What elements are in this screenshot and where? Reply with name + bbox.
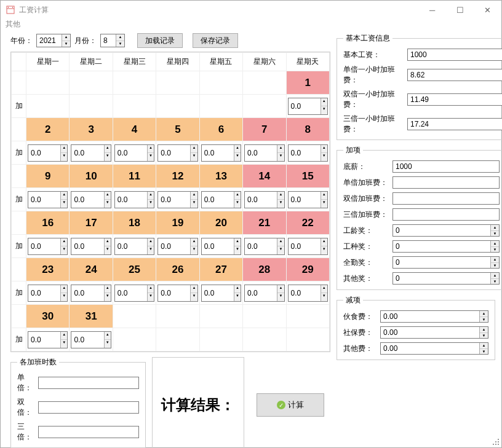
ot-single-field[interactable] <box>38 377 139 389</box>
ot-spin[interactable]: ▲▼ <box>201 144 241 162</box>
add-age-spin[interactable]: ▲▼ <box>392 224 500 237</box>
day-number: 9 <box>26 165 69 187</box>
ot-triple-field[interactable] <box>38 426 139 438</box>
day-number: 6 <box>200 118 242 141</box>
maximize-button[interactable]: ☐ <box>446 1 474 19</box>
sub-ss-spin[interactable]: ▲▼ <box>380 326 488 339</box>
month-up[interactable]: ▲ <box>116 34 124 41</box>
row-label: 加 <box>12 235 26 258</box>
calculate-button[interactable]: ✓ 计算 <box>257 393 324 417</box>
day-cell: 4 <box>113 118 156 141</box>
ot-spin[interactable]: ▲▼ <box>71 191 111 208</box>
day-cell: 22 <box>286 211 329 235</box>
day-number: 11 <box>113 165 156 187</box>
ot-spin[interactable]: ▲▼ <box>114 191 154 208</box>
minimize-button[interactable]: ─ <box>418 1 446 19</box>
year-down[interactable]: ▼ <box>62 41 70 47</box>
add-s1-field[interactable] <box>392 176 500 189</box>
row-label: 加 <box>12 95 26 118</box>
day-number: 28 <box>243 258 285 281</box>
ot-spin[interactable]: ▲▼ <box>201 191 241 208</box>
day-cell <box>113 71 156 95</box>
size-grip[interactable] <box>492 438 500 446</box>
ot-spin[interactable]: ▲▼ <box>71 238 111 255</box>
ot-spin[interactable]: ▲▼ <box>71 144 111 162</box>
day-number: 24 <box>70 258 112 281</box>
row-label: 加 <box>12 188 26 211</box>
day-cell: 27 <box>199 258 242 281</box>
ot-spin[interactable]: ▲▼ <box>114 144 154 162</box>
day-number: 8 <box>287 118 329 141</box>
day-cell: 31 <box>70 305 113 328</box>
load-button[interactable]: 加载记录 <box>137 33 183 48</box>
ot-spin[interactable]: ▲▼ <box>28 238 68 255</box>
ot-spin[interactable]: ▲▼ <box>114 285 154 302</box>
rate2-field[interactable] <box>407 93 502 106</box>
basic-salary-group: 基本工资信息 基本工资：▲▼ 单倍一小时加班费： 双倍一小时加班费： 三倍一小时… <box>337 33 502 140</box>
ot-spin[interactable]: ▲▼ <box>28 144 68 162</box>
ot-spin[interactable]: ▲▼ <box>288 238 328 255</box>
ot-spin[interactable]: ▲▼ <box>201 285 241 302</box>
year-spin[interactable]: ▲▼ <box>36 34 71 47</box>
month-spin[interactable]: ▲▼ <box>100 34 125 47</box>
menu-other[interactable]: 其他 <box>6 19 20 29</box>
add-other-spin[interactable]: ▲▼ <box>392 272 500 285</box>
day-cell <box>70 71 113 95</box>
add-s3-field[interactable] <box>392 208 500 221</box>
ot-spin[interactable]: ▲▼ <box>157 285 197 302</box>
row-label: 加 <box>12 328 26 352</box>
additions-group: 加项 底薪： 单倍加班费： 双倍加班费： 三倍加班费： 工龄奖：▲▼ 工种奖：▲… <box>337 145 502 290</box>
add-full-spin[interactable]: ▲▼ <box>392 256 500 269</box>
day-cell: 24 <box>70 258 113 281</box>
ot-spin[interactable]: ▲▼ <box>244 238 284 255</box>
ot-spin[interactable]: ▲▼ <box>288 98 328 115</box>
rate1-field[interactable] <box>407 69 502 81</box>
menubar: 其他 <box>1 19 501 29</box>
year-up[interactable]: ▲ <box>62 34 70 41</box>
day-cell: 12 <box>156 165 199 188</box>
ot-spin[interactable]: ▲▼ <box>157 191 197 208</box>
day-cell: 11 <box>113 165 156 188</box>
day-number: 10 <box>70 165 112 187</box>
ot-spin[interactable]: ▲▼ <box>288 285 328 302</box>
ot-spin[interactable]: ▲▼ <box>288 191 328 208</box>
day-number: 30 <box>26 305 69 328</box>
add-s2-field[interactable] <box>392 192 500 205</box>
ot-spin[interactable]: ▲▼ <box>288 144 328 162</box>
sub-meal-spin[interactable]: ▲▼ <box>380 310 488 323</box>
day-number: 2 <box>26 118 69 141</box>
day-cell <box>156 305 199 328</box>
ot-spin[interactable]: ▲▼ <box>157 144 197 162</box>
ot-spin[interactable]: ▲▼ <box>244 191 284 208</box>
ot-spin[interactable]: ▲▼ <box>157 238 197 255</box>
ot-spin[interactable]: ▲▼ <box>244 285 284 302</box>
svg-rect-2 <box>8 7 9 8</box>
sub-other-spin[interactable]: ▲▼ <box>380 342 488 355</box>
ot-spin[interactable]: ▲▼ <box>71 331 111 348</box>
ot-spin[interactable]: ▲▼ <box>244 144 284 162</box>
day-cell: 20 <box>199 211 242 235</box>
add-base-field[interactable] <box>392 160 500 173</box>
ot-spin[interactable]: ▲▼ <box>28 285 68 302</box>
close-button[interactable]: ✕ <box>474 1 501 19</box>
day-cell: 13 <box>199 165 242 188</box>
month-down[interactable]: ▼ <box>116 41 124 47</box>
base-salary-spin[interactable]: ▲▼ <box>407 49 502 61</box>
ot-double-field[interactable] <box>38 401 139 414</box>
day-number: 18 <box>113 211 156 234</box>
ot-spin[interactable]: ▲▼ <box>71 285 111 302</box>
day-cell: 1 <box>286 71 329 95</box>
day-cell: 21 <box>243 211 286 235</box>
save-button[interactable]: 保存记录 <box>193 33 238 48</box>
rate3-field[interactable] <box>407 118 502 130</box>
day-number: 14 <box>243 165 285 187</box>
ot-spin[interactable]: ▲▼ <box>201 238 241 255</box>
ot-spin[interactable]: ▲▼ <box>28 191 68 208</box>
ot-spin[interactable]: ▲▼ <box>114 238 154 255</box>
weekday-header: 星期五 <box>199 53 242 71</box>
add-type-spin[interactable]: ▲▼ <box>392 240 500 253</box>
day-number: 27 <box>200 258 242 281</box>
svg-rect-7 <box>493 444 494 445</box>
day-cell <box>26 71 70 95</box>
ot-spin[interactable]: ▲▼ <box>28 331 68 348</box>
